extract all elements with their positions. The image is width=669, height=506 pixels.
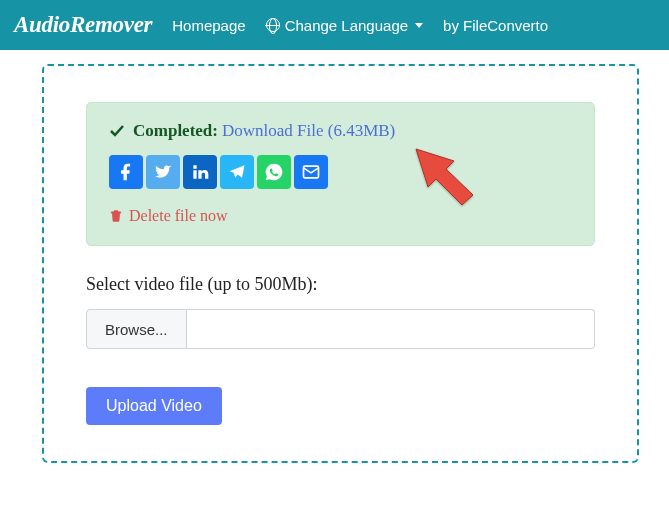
globe-icon: [266, 18, 280, 32]
file-input-row: Browse...: [86, 309, 595, 349]
share-whatsapp[interactable]: [257, 155, 291, 189]
upload-panel: Completed: Download File (6.43MB): [42, 64, 639, 463]
caret-down-icon: [415, 23, 423, 28]
nav-homepage[interactable]: Homepage: [172, 17, 245, 34]
delete-file-link[interactable]: Delete file now: [109, 207, 572, 225]
trash-icon: [109, 209, 123, 223]
share-row: [109, 155, 572, 189]
file-input[interactable]: [187, 309, 595, 349]
share-telegram[interactable]: [220, 155, 254, 189]
download-link[interactable]: Download File (6.43MB): [222, 121, 395, 141]
upload-video-button[interactable]: Upload Video: [86, 387, 222, 425]
change-language-label: Change Language: [285, 17, 408, 34]
select-file-label: Select video file (up to 500Mb):: [86, 274, 595, 295]
nav-change-language[interactable]: Change Language: [266, 17, 423, 34]
check-icon: [109, 123, 125, 139]
delete-file-label: Delete file now: [129, 207, 228, 225]
navbar: AudioRemover Homepage Change Language by…: [0, 0, 669, 50]
browse-button[interactable]: Browse...: [86, 309, 187, 349]
brand-logo[interactable]: AudioRemover: [14, 12, 152, 38]
share-mail[interactable]: [294, 155, 328, 189]
share-facebook[interactable]: [109, 155, 143, 189]
status-line: Completed: Download File (6.43MB): [109, 121, 572, 141]
completed-label: Completed:: [133, 121, 218, 141]
nav-fileconverto[interactable]: by FileConverto: [443, 17, 548, 34]
share-linkedin[interactable]: [183, 155, 217, 189]
share-twitter[interactable]: [146, 155, 180, 189]
success-panel: Completed: Download File (6.43MB): [86, 102, 595, 246]
